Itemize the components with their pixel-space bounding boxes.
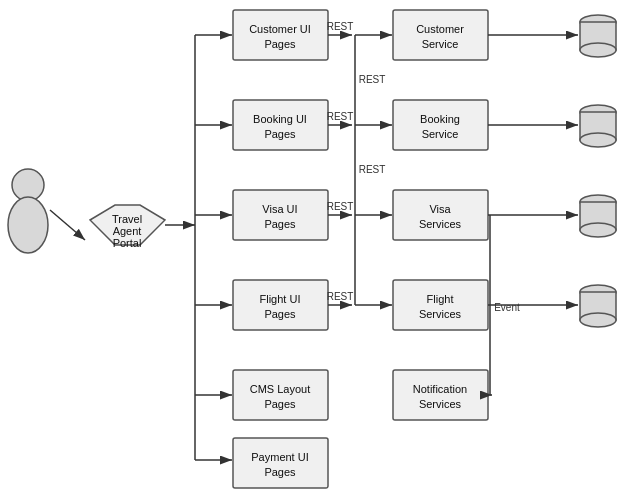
- notification-services-label: Notification: [413, 383, 467, 395]
- rest-label-visa: REST: [327, 201, 354, 212]
- cms-ui-pages-label2: Pages: [264, 398, 296, 410]
- visa-ui-pages-box: [233, 190, 328, 240]
- customer-ui-pages-box: [233, 10, 328, 60]
- visa-ui-pages-label2: Pages: [264, 218, 296, 230]
- travel-agent-portal-label2: Agent: [113, 225, 142, 237]
- booking-db-bottom: [580, 133, 616, 147]
- customer-db-bottom: [580, 43, 616, 57]
- flight-db-bottom: [580, 313, 616, 327]
- cms-ui-pages-box: [233, 370, 328, 420]
- travel-agent-portal-label: Travel: [112, 213, 142, 225]
- booking-ui-pages-label2: Pages: [264, 128, 296, 140]
- booking-service-label2: Service: [422, 128, 459, 140]
- architecture-diagram: Travel Agent Portal Customer UI Pages Bo…: [0, 0, 634, 504]
- rest-label-booking: REST: [327, 111, 354, 122]
- visa-ui-pages-label: Visa UI: [262, 203, 297, 215]
- rest-label-between: REST: [359, 74, 386, 85]
- booking-ui-pages-box: [233, 100, 328, 150]
- rest-label-customer: REST: [327, 21, 354, 32]
- visa-services-label2: Services: [419, 218, 462, 230]
- customer-service-label: Customer: [416, 23, 464, 35]
- flight-services-label: Flight: [427, 293, 454, 305]
- travel-agent-portal-label3: Portal: [113, 237, 142, 249]
- actor-body: [8, 197, 48, 253]
- actor-head: [12, 169, 44, 201]
- customer-service-box: [393, 10, 488, 60]
- booking-service-label: Booking: [420, 113, 460, 125]
- flight-ui-pages-box: [233, 280, 328, 330]
- payment-ui-pages-box: [233, 438, 328, 488]
- customer-service-label2: Service: [422, 38, 459, 50]
- visa-services-box: [393, 190, 488, 240]
- flight-ui-pages-label: Flight UI: [260, 293, 301, 305]
- actor-to-portal-arrow: [50, 210, 85, 240]
- visa-db-bottom: [580, 223, 616, 237]
- flight-ui-pages-label2: Pages: [264, 308, 296, 320]
- flight-services-box: [393, 280, 488, 330]
- visa-services-label: Visa: [429, 203, 451, 215]
- customer-ui-pages-label2: Pages: [264, 38, 296, 50]
- payment-ui-pages-label: Payment UI: [251, 451, 308, 463]
- payment-ui-pages-label2: Pages: [264, 466, 296, 478]
- customer-ui-pages-label: Customer UI: [249, 23, 311, 35]
- flight-services-label2: Services: [419, 308, 462, 320]
- rest-label-flight: REST: [327, 291, 354, 302]
- booking-service-box: [393, 100, 488, 150]
- notification-services-box: [393, 370, 488, 420]
- event-label: Event: [494, 302, 520, 313]
- booking-ui-pages-label: Booking UI: [253, 113, 307, 125]
- rest-label-between2: REST: [359, 164, 386, 175]
- cms-ui-pages-label: CMS Layout: [250, 383, 311, 395]
- notification-services-label2: Services: [419, 398, 462, 410]
